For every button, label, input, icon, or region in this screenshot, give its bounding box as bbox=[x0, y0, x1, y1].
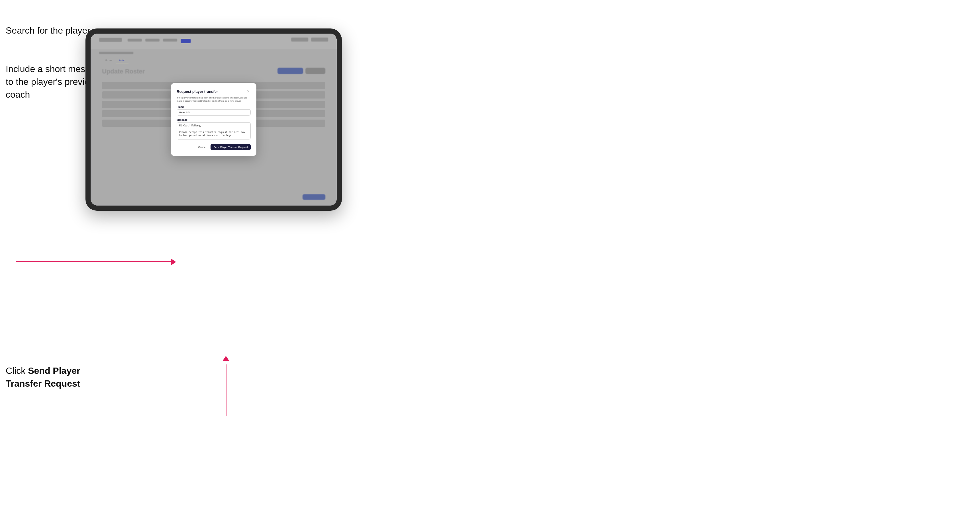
modal-title: Request player transfer bbox=[177, 89, 218, 94]
modal-header: Request player transfer × bbox=[177, 89, 251, 94]
arrow-message-head bbox=[171, 259, 176, 265]
modal-dialog: Request player transfer × If the player … bbox=[171, 83, 256, 156]
cancel-button[interactable]: Cancel bbox=[196, 144, 208, 150]
arrow-message-vertical bbox=[16, 151, 16, 262]
tablet-screen: Roster Active Update Roster Request play… bbox=[91, 33, 337, 206]
modal-actions: Cancel Send Player Transfer Request bbox=[177, 144, 251, 150]
player-label: Player bbox=[177, 105, 251, 108]
annotation-click-text: Click Send Player Transfer Request bbox=[6, 364, 114, 390]
annotation-search-text: Search for the player. bbox=[6, 24, 92, 37]
arrow-message-horizontal bbox=[16, 261, 175, 262]
tablet-device: Roster Active Update Roster Request play… bbox=[86, 29, 342, 211]
arrow-click-vertical bbox=[226, 364, 226, 416]
modal-description: If the player is transferring from anoth… bbox=[177, 96, 251, 103]
send-transfer-request-button[interactable]: Send Player Transfer Request bbox=[210, 144, 251, 150]
message-label: Message bbox=[177, 118, 251, 121]
arrow-click-head bbox=[223, 356, 229, 361]
player-input[interactable] bbox=[177, 110, 251, 116]
modal-close-button[interactable]: × bbox=[245, 89, 251, 94]
message-textarea[interactable] bbox=[177, 122, 251, 140]
arrow-click-horizontal bbox=[16, 416, 226, 416]
